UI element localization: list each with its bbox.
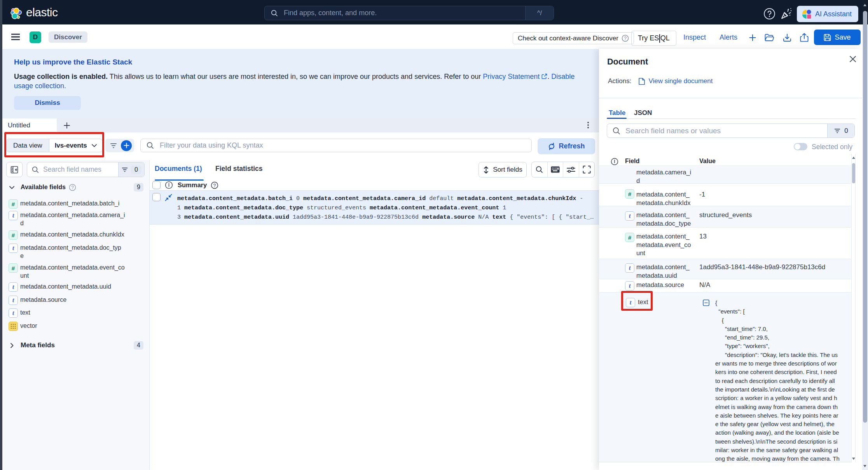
svg-text:?: ? — [624, 36, 627, 41]
svg-text:?: ? — [71, 185, 74, 190]
svg-text:?: ? — [213, 183, 216, 188]
